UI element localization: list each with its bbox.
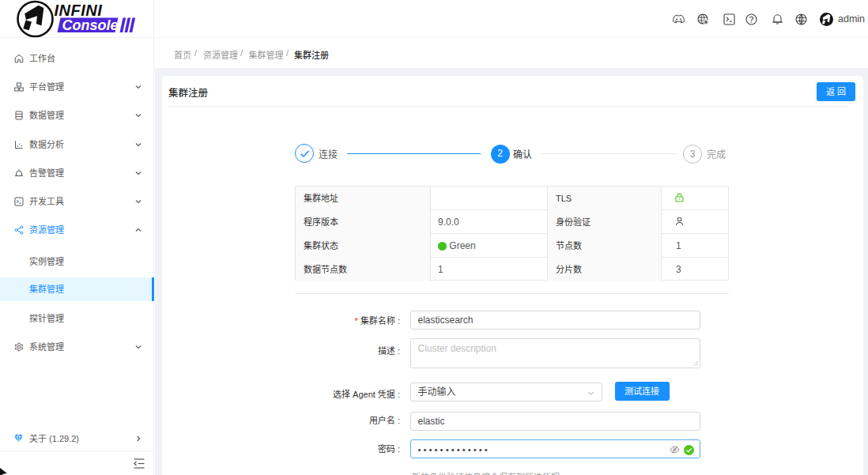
svg-text:INFINI: INFINI [55, 2, 103, 19]
svg-text:Console: Console [62, 17, 119, 33]
